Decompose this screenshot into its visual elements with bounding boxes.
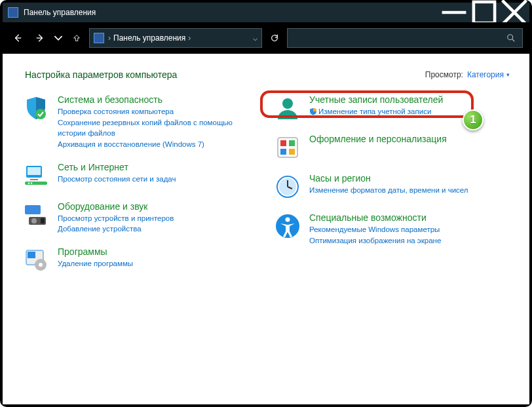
nav-bar: › Панель управления › ⌵: [3, 22, 529, 54]
hardware-icon: [22, 201, 50, 229]
category-title[interactable]: Система и безопасность: [58, 94, 258, 105]
window-title: Панель управления: [24, 8, 96, 17]
left-column: Система и безопасность Проверка состояни…: [22, 94, 258, 286]
category-sub[interactable]: Оптимизация изображения на экране: [309, 235, 510, 246]
svg-point-8: [35, 109, 46, 119]
chevron-right-icon[interactable]: ›: [188, 33, 191, 43]
appearance-icon: [274, 134, 301, 161]
view-by-dropdown[interactable]: Категория: [467, 70, 510, 79]
category-sub[interactable]: Просмотр устройств и принтеров: [58, 213, 258, 224]
control-panel-icon: [94, 33, 104, 43]
category-hardware: Оборудование и звук Просмотр устройств и…: [22, 201, 258, 235]
clock-icon: [274, 173, 301, 201]
step-badge: 1: [463, 109, 484, 130]
svg-rect-1: [474, 2, 495, 23]
svg-point-14: [31, 182, 32, 184]
category-title[interactable]: Программы: [58, 246, 258, 257]
category-sub[interactable]: Сохранение резервных копий файлов с помо…: [58, 117, 258, 139]
category-sub[interactable]: Добавление устройства: [58, 223, 258, 235]
chevron-down-icon[interactable]: ⌵: [253, 33, 257, 43]
control-panel-icon: [8, 7, 18, 18]
network-icon: [22, 162, 50, 189]
category-title[interactable]: Учетные записи пользователей: [309, 94, 510, 105]
page-title: Настройка параметров компьютера: [25, 69, 425, 80]
category-appearance: Оформление и персонализация: [274, 134, 510, 161]
category-sub[interactable]: Удаление программы: [58, 258, 258, 269]
svg-point-6: [508, 35, 513, 40]
refresh-button[interactable]: [263, 22, 286, 54]
view-by-label: Просмотр:: [425, 70, 463, 79]
title-bar: Панель управления: [3, 3, 529, 22]
up-button[interactable]: [66, 22, 88, 54]
search-input[interactable]: [287, 28, 523, 48]
category-title[interactable]: Сеть и Интернет: [58, 162, 258, 172]
svg-point-23: [282, 98, 293, 109]
svg-line-7: [512, 39, 515, 42]
forward-button[interactable]: [29, 22, 51, 54]
svg-rect-18: [41, 218, 45, 223]
user-icon: [274, 94, 301, 122]
svg-rect-25: [280, 140, 286, 146]
category-sub[interactable]: Архивация и восстановление (Windows 7): [58, 139, 258, 150]
view-by: Просмотр: Категория: [425, 70, 510, 79]
close-button[interactable]: [499, 3, 529, 22]
category-clock-region: Часы и регион Изменение форматов даты, в…: [274, 173, 510, 201]
shield-icon: [22, 94, 50, 122]
category-title[interactable]: Оборудование и звук: [58, 201, 258, 212]
search-icon: [506, 33, 516, 43]
recent-dropdown[interactable]: [51, 22, 66, 54]
svg-rect-27: [280, 149, 286, 155]
svg-point-34: [286, 218, 290, 222]
chevron-right-icon: ›: [108, 33, 111, 43]
category-sub[interactable]: Изменение форматов даты, времени и чисел: [309, 185, 510, 196]
category-sub[interactable]: Просмотр состояния сети и задач: [58, 174, 258, 185]
uac-shield-icon: [309, 107, 317, 115]
svg-rect-11: [30, 179, 38, 180]
programs-icon: [22, 246, 50, 274]
category-network: Сеть и Интернет Просмотр состояния сети …: [22, 162, 258, 189]
category-programs: Программы Удаление программы: [22, 246, 258, 274]
breadcrumb-root[interactable]: Панель управления: [113, 33, 185, 43]
category-title[interactable]: Часы и регион: [309, 173, 510, 184]
category-accessibility: Специальные возможности Рекомендуемые Wi…: [274, 212, 510, 246]
svg-rect-26: [289, 140, 295, 146]
category-title[interactable]: Оформление и персонализация: [309, 134, 510, 144]
svg-rect-15: [25, 205, 41, 214]
svg-point-13: [28, 182, 29, 184]
category-system-security: Система и безопасность Проверка состояни…: [22, 94, 258, 150]
svg-rect-10: [28, 167, 41, 175]
accessibility-icon: [274, 212, 301, 240]
svg-rect-20: [28, 252, 35, 258]
back-button[interactable]: [7, 22, 29, 54]
category-sub[interactable]: Рекомендуемые Windows параметры: [309, 224, 510, 235]
svg-point-22: [39, 263, 43, 267]
maximize-button[interactable]: [469, 3, 499, 22]
svg-point-17: [31, 218, 37, 223]
category-title[interactable]: Специальные возможности: [309, 212, 510, 223]
svg-rect-28: [289, 149, 295, 155]
category-sub[interactable]: Проверка состояния компьютера: [58, 106, 258, 117]
address-bar[interactable]: › Панель управления › ⌵: [89, 28, 262, 48]
content-area: Настройка параметров компьютера Просмотр…: [3, 54, 529, 404]
minimize-button[interactable]: [439, 3, 469, 22]
